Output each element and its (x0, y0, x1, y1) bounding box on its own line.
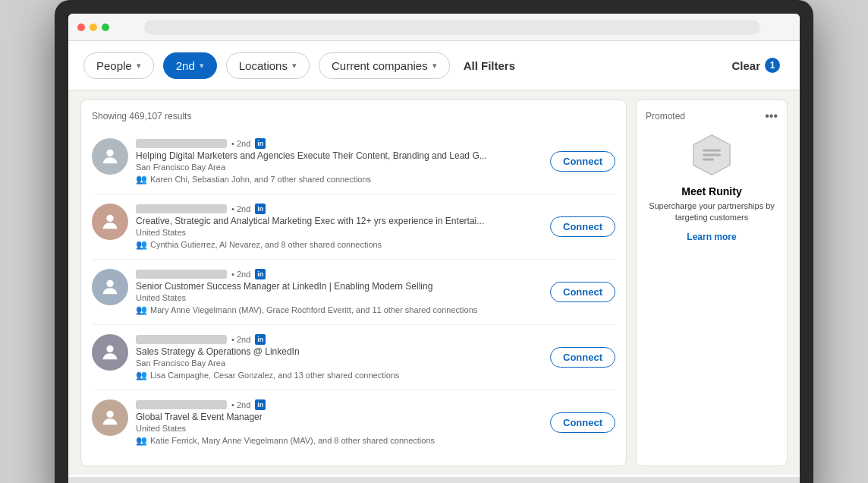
filter-bar: People ▾ 2nd ▾ Locations ▾ Current compa… (68, 41, 800, 90)
linkedin-icon-2: in (255, 204, 266, 214)
promoted-logo (646, 132, 778, 178)
promoted-description: Supercharge your partnerships by targeti… (646, 200, 778, 224)
connect-button-3[interactable]: Connect (550, 282, 615, 302)
promoted-header: Promoted ••• (646, 109, 778, 123)
avatar-1 (92, 138, 128, 175)
person-card-2: • 2nd in Creative, Strategic and Analyti… (92, 194, 615, 260)
headline-5: Global Travel & Event Manager (136, 412, 542, 422)
connect-label-3: Connect (563, 286, 602, 298)
location-4: San Francisco Bay Area (136, 358, 542, 368)
svg-rect-7 (703, 154, 721, 156)
connections-text-2: Cynthia Gutierrez, Al Nevarez, and 8 oth… (150, 240, 382, 249)
person-name-row-3: • 2nd in (136, 269, 542, 279)
svg-point-4 (106, 411, 113, 418)
connections-icon-5: 👥 (136, 435, 147, 446)
name-blur-1 (136, 139, 227, 148)
connections-1: 👥 Karen Chi, Sebastian John, and 7 other… (136, 174, 542, 185)
location-2: United States (136, 228, 542, 237)
companies-filter-button[interactable]: Current companies ▾ (319, 52, 450, 79)
person-card-1: • 2nd in Helping Digital Marketers and A… (92, 129, 615, 194)
connections-text-3: Mary Anne Viegelmann (MAV), Grace Rochfo… (150, 305, 477, 314)
browser-bar (68, 14, 800, 41)
people-filter-button[interactable]: People ▾ (83, 52, 154, 79)
location-3: United States (136, 293, 542, 302)
person-card-3: • 2nd in Senior Customer Success Manager… (92, 260, 615, 325)
laptop-shell: People ▾ 2nd ▾ Locations ▾ Current compa… (55, 0, 813, 483)
location-1: San Francisco Bay Area (136, 163, 542, 172)
degree-5: • 2nd (231, 400, 250, 409)
connections-filter-button[interactable]: 2nd ▾ (163, 52, 217, 79)
laptop-screen: People ▾ 2nd ▾ Locations ▾ Current compa… (68, 14, 800, 483)
browser-dot-green (102, 24, 109, 31)
headline-2: Creative, Strategic and Analytical Marke… (136, 216, 542, 226)
promoted-more-icon[interactable]: ••• (765, 109, 778, 123)
clear-button[interactable]: Clear 1 (727, 52, 785, 79)
all-filters-button[interactable]: All Filters (459, 53, 520, 78)
promoted-learn-more-button[interactable]: Learn more (646, 232, 778, 242)
browser-dot-red (77, 24, 85, 31)
connect-label-5: Connect (563, 417, 602, 428)
runity-logo-icon (689, 132, 734, 178)
connect-button-5[interactable]: Connect (550, 412, 615, 433)
locations-filter-label: Locations (239, 59, 288, 72)
headline-1: Helping Digital Marketers and Agencies E… (136, 150, 542, 161)
person-info-3: • 2nd in Senior Customer Success Manager… (136, 269, 542, 315)
person-info-4: • 2nd in Sales Strategy & Operations @ L… (136, 334, 542, 380)
companies-chevron-icon: ▾ (432, 61, 437, 71)
linkedin-icon-1: in (255, 138, 266, 149)
headline-4: Sales Strategy & Operations @ LinkedIn (136, 346, 542, 357)
person-name-row-1: • 2nd in (136, 138, 542, 149)
svg-point-3 (106, 346, 113, 352)
browser-dot-yellow (90, 24, 97, 31)
connections-text-4: Lisa Campaghe, Cesar Gonzalez, and 13 ot… (150, 371, 399, 380)
results-count: Showing 469,107 results (92, 111, 615, 122)
degree-1: • 2nd (231, 139, 250, 148)
promoted-label: Promoted (646, 111, 685, 122)
person-info-5: • 2nd in Global Travel & Event Manager U… (136, 399, 542, 446)
connect-label-2: Connect (563, 221, 602, 232)
connect-label-4: Connect (563, 352, 602, 363)
avatar-4 (92, 334, 128, 371)
connect-button-4[interactable]: Connect (550, 347, 615, 368)
name-blur-5 (136, 400, 227, 409)
location-5: United States (136, 424, 542, 433)
connections-4: 👥 Lisa Campaghe, Cesar Gonzalez, and 13 … (136, 370, 542, 380)
connections-icon-2: 👥 (136, 239, 147, 250)
clear-label: Clear (731, 59, 760, 72)
svg-point-1 (106, 215, 113, 222)
svg-rect-6 (703, 150, 721, 152)
connections-5: 👥 Katie Ferrick, Mary Anne Viegelmann (M… (136, 435, 542, 446)
main-content: Showing 469,107 results • 2nd in Helping… (68, 90, 800, 475)
connections-3: 👥 Mary Anne Viegelmann (MAV), Grace Roch… (136, 305, 542, 315)
connect-button-1[interactable]: Connect (550, 151, 615, 172)
connections-2: 👥 Cynthia Gutierrez, Al Nevarez, and 8 o… (136, 239, 542, 250)
headline-3: Senior Customer Success Manager at Linke… (136, 281, 542, 292)
promoted-company-name: Meet Runity (646, 185, 778, 197)
svg-point-2 (106, 280, 113, 287)
degree-2: • 2nd (231, 204, 250, 213)
name-blur-2 (136, 204, 227, 213)
degree-4: • 2nd (231, 335, 250, 344)
name-blur-4 (136, 335, 227, 344)
linkedin-icon-3: in (255, 269, 266, 279)
results-panel: Showing 469,107 results • 2nd in Helping… (80, 99, 627, 466)
connections-icon-4: 👥 (136, 370, 147, 380)
name-blur-3 (136, 270, 227, 279)
promoted-panel: Promoted ••• Meet Runity Supercharge you… (636, 99, 788, 466)
locations-chevron-icon: ▾ (292, 61, 297, 71)
clear-badge: 1 (765, 58, 780, 73)
avatar-3 (92, 269, 128, 305)
locations-filter-button[interactable]: Locations ▾ (226, 52, 310, 79)
person-name-row-4: • 2nd in (136, 334, 542, 345)
connections-text-5: Katie Ferrick, Mary Anne Viegelmann (MAV… (150, 436, 435, 445)
browser-address-bar (144, 20, 760, 35)
connect-label-1: Connect (563, 156, 602, 167)
avatar-2 (92, 204, 128, 240)
person-card-4: • 2nd in Sales Strategy & Operations @ L… (92, 325, 615, 390)
connections-filter-label: 2nd (176, 59, 195, 72)
degree-3: • 2nd (231, 270, 250, 279)
svg-point-0 (106, 150, 113, 156)
connections-text-1: Karen Chi, Sebastian John, and 7 other s… (150, 175, 371, 184)
connect-button-2[interactable]: Connect (550, 216, 615, 237)
person-card-5: • 2nd in Global Travel & Event Manager U… (92, 390, 615, 455)
